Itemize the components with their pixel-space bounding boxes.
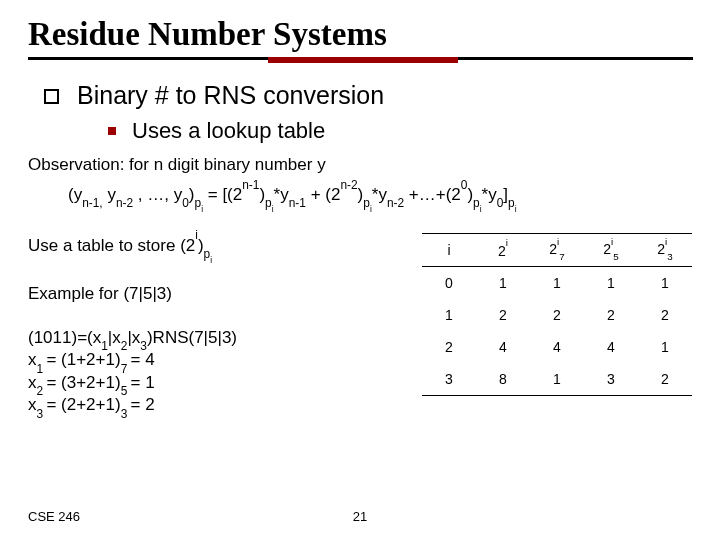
th-2i: 2i — [476, 233, 530, 266]
f-subpi: pi — [195, 196, 203, 210]
exl1s2: 2 — [121, 339, 128, 353]
f-sup0: 0 — [461, 178, 468, 192]
f-subpi4: pi — [473, 196, 481, 210]
ex-line2: x1 = (1+2+1)7 = 4 — [28, 350, 412, 372]
c02: 1 — [530, 266, 584, 299]
f-i2: i — [272, 204, 274, 214]
f-p2: p — [265, 196, 272, 210]
c01: 1 — [476, 266, 530, 299]
square-fill-icon — [108, 127, 116, 135]
exl2a: x — [28, 350, 37, 369]
exl2c: = 4 — [131, 350, 155, 369]
f-eq: = [(2 — [208, 185, 243, 204]
footer-page: 21 — [353, 509, 367, 524]
c12: 2 — [530, 299, 584, 331]
c13: 2 — [584, 299, 638, 331]
c10: 1 — [422, 299, 476, 331]
exl4b: = (2+2+1) — [46, 395, 120, 414]
f-mid1: y — [107, 185, 116, 204]
exl2b: = (1+2+1) — [46, 350, 120, 369]
exl1d: )RNS(7|5|3) — [147, 328, 237, 347]
ut-sup: i — [195, 228, 198, 242]
th-sub5: 5 — [613, 251, 618, 262]
accent-bar — [268, 57, 458, 63]
f-sup2: n-2 — [340, 178, 357, 192]
c33: 3 — [584, 363, 638, 396]
table-head-row: i 2i 2i7 2i5 2i3 — [422, 233, 692, 266]
c30: 3 — [422, 363, 476, 396]
c23: 4 — [584, 331, 638, 363]
f-y1: n-1 — [289, 196, 306, 210]
c24: 1 — [638, 331, 692, 363]
f-pre: (y — [68, 185, 82, 204]
exl2s: 1 — [37, 362, 47, 376]
bullet2-text: Uses a lookup table — [132, 118, 325, 144]
f-sub1: n-1, — [82, 196, 103, 210]
ut-i: i — [210, 255, 212, 265]
table-row: 0 1 1 1 1 — [422, 266, 692, 299]
c34: 2 — [638, 363, 692, 396]
ex-line1: (1011)=(x1|x2|x3)RNS(7|5|3) — [28, 328, 412, 350]
th-2i7: 2i7 — [530, 233, 584, 266]
square-open-icon — [44, 89, 59, 104]
exl4s: 3 — [37, 407, 47, 421]
f-p4: p — [473, 196, 480, 210]
lookup-table: i 2i 2i7 2i5 2i3 0 1 1 1 1 — [422, 233, 692, 396]
f-subpi3: pi — [363, 196, 371, 210]
c31: 8 — [476, 363, 530, 396]
c14: 2 — [638, 299, 692, 331]
th-2i3: 2i3 — [638, 233, 692, 266]
ut-sub: pi — [204, 247, 212, 261]
exl3m: 5 — [121, 384, 131, 398]
th-sub3: 3 — [667, 251, 672, 262]
exl4a: x — [28, 395, 37, 414]
c22: 4 — [530, 331, 584, 363]
f-subpi2: pi — [265, 196, 273, 210]
example-block: (1011)=(x1|x2|x3)RNS(7|5|3) x1 = (1+2+1)… — [28, 328, 412, 418]
c00: 0 — [422, 266, 476, 299]
two-column: Use a table to store (2i)pi Example for … — [28, 233, 692, 442]
exl1b: |x — [108, 328, 121, 347]
th0: i — [447, 242, 450, 258]
exl1s1: 1 — [101, 339, 108, 353]
table-row: 3 8 1 3 2 — [422, 363, 692, 396]
c04: 1 — [638, 266, 692, 299]
f-p3: p — [363, 196, 370, 210]
c11: 2 — [476, 299, 530, 331]
exl3b: = (3+2+1) — [46, 373, 120, 392]
exl1s3: 3 — [140, 339, 147, 353]
ex-line4: x3 = (2+2+1)3 = 2 — [28, 395, 412, 417]
left-column: Use a table to store (2i)pi Example for … — [28, 233, 412, 442]
th-2i5: 2i5 — [584, 233, 638, 266]
th-sup2: i — [557, 236, 559, 247]
f-sub3: 0 — [182, 196, 189, 210]
th-sup3: i — [611, 236, 613, 247]
footer: CSE 246 21 — [28, 509, 692, 524]
f-sup1: n-1 — [242, 178, 259, 192]
c20: 2 — [422, 331, 476, 363]
right-column: i 2i 2i7 2i5 2i3 0 1 1 1 1 — [422, 233, 692, 396]
bullet-level2: Uses a lookup table — [108, 118, 692, 144]
bullet1-text: Binary # to RNS conversion — [77, 81, 384, 110]
f-i: i — [201, 204, 203, 214]
c03: 1 — [584, 266, 638, 299]
f-y2: n-2 — [387, 196, 404, 210]
f-star2: *y — [372, 185, 387, 204]
exl1c: |x — [127, 328, 140, 347]
th-i: i — [422, 233, 476, 266]
f-star: *y — [274, 185, 289, 204]
f-sub2: n-2 — [116, 196, 133, 210]
footer-course: CSE 246 — [28, 509, 80, 524]
table-row: 1 2 2 2 2 — [422, 299, 692, 331]
table-body: 0 1 1 1 1 1 2 2 2 2 2 4 — [422, 266, 692, 395]
ut-pre: Use a table to store (2 — [28, 235, 195, 254]
exl4c: = 2 — [131, 395, 155, 414]
observation-block: Observation: for n digit binary number y… — [28, 154, 692, 211]
use-table-line: Use a table to store (2i)pi — [28, 233, 412, 260]
f-star3: *y — [482, 185, 497, 204]
observation-formula: (yn-1, yn-2 , …, y0)pi = [(2n-1)pi*yn-1 … — [28, 181, 692, 211]
example-for: Example for (7|5|3) — [28, 284, 412, 304]
f-i5: i — [515, 204, 517, 214]
bullet-level1: Binary # to RNS conversion — [44, 81, 692, 110]
table-row: 2 4 4 4 1 — [422, 331, 692, 363]
